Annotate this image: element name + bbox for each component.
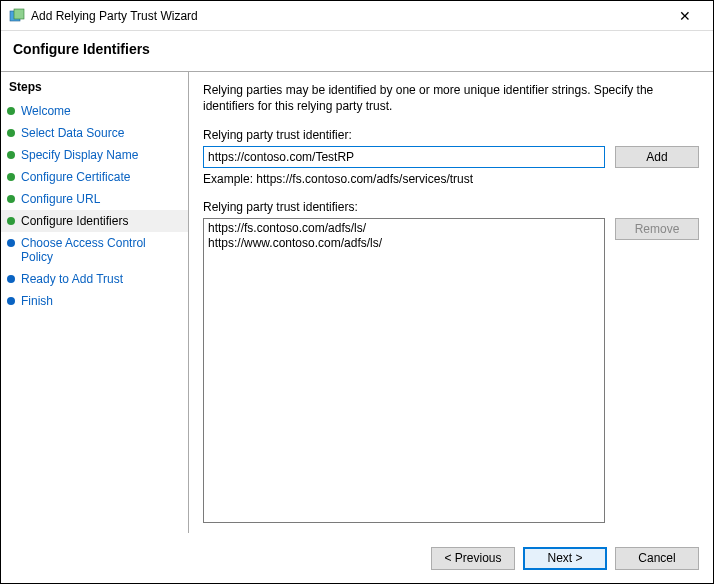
list-item[interactable]: https://fs.contoso.com/adfs/ls/ <box>208 221 600 236</box>
step-configure-url[interactable]: Configure URL <box>1 188 188 210</box>
cancel-button[interactable]: Cancel <box>615 547 699 570</box>
step-label: Configure URL <box>21 192 100 206</box>
page-title: Configure Identifiers <box>1 31 713 71</box>
step-label: Finish <box>21 294 53 308</box>
step-label: Welcome <box>21 104 71 118</box>
list-item[interactable]: https://www.contoso.com/adfs/ls/ <box>208 236 600 251</box>
app-icon <box>9 8 25 24</box>
step-configure-certificate[interactable]: Configure Certificate <box>1 166 188 188</box>
step-select-data-source[interactable]: Select Data Source <box>1 122 188 144</box>
wizard-window: Add Relying Party Trust Wizard ✕ Configu… <box>0 0 714 584</box>
step-label: Specify Display Name <box>21 148 138 162</box>
identifier-label: Relying party trust identifier: <box>203 128 699 142</box>
step-specify-display-name[interactable]: Specify Display Name <box>1 144 188 166</box>
step-bullet-icon <box>7 129 15 137</box>
step-welcome[interactable]: Welcome <box>1 100 188 122</box>
identifier-input[interactable] <box>203 146 605 168</box>
next-button[interactable]: Next > <box>523 547 607 570</box>
svg-rect-1 <box>14 9 24 19</box>
titlebar: Add Relying Party Trust Wizard ✕ <box>1 1 713 31</box>
previous-button[interactable]: < Previous <box>431 547 515 570</box>
step-choose-access-control-policy: Choose Access Control Policy <box>1 232 188 268</box>
step-bullet-icon <box>7 195 15 203</box>
example-text: Example: https://fs.contoso.com/adfs/ser… <box>203 172 699 186</box>
step-bullet-icon <box>7 151 15 159</box>
step-label: Choose Access Control Policy <box>21 236 180 264</box>
step-configure-identifiers[interactable]: Configure Identifiers <box>1 210 188 232</box>
close-button[interactable]: ✕ <box>665 2 705 30</box>
step-bullet-icon <box>7 239 15 247</box>
step-bullet-icon <box>7 275 15 283</box>
wizard-footer: < Previous Next > Cancel <box>1 533 713 583</box>
steps-header: Steps <box>1 78 188 100</box>
step-bullet-icon <box>7 217 15 225</box>
identifiers-listbox[interactable]: https://fs.contoso.com/adfs/ls/https://w… <box>203 218 605 523</box>
identifiers-list-label: Relying party trust identifiers: <box>203 200 699 214</box>
step-label: Configure Identifiers <box>21 214 128 228</box>
remove-button[interactable]: Remove <box>615 218 699 240</box>
window-title: Add Relying Party Trust Wizard <box>31 9 665 23</box>
step-label: Configure Certificate <box>21 170 130 184</box>
main-panel: Relying parties may be identified by one… <box>189 72 713 533</box>
step-finish: Finish <box>1 290 188 312</box>
wizard-body: Steps WelcomeSelect Data SourceSpecify D… <box>1 71 713 533</box>
add-button[interactable]: Add <box>615 146 699 168</box>
steps-sidebar: Steps WelcomeSelect Data SourceSpecify D… <box>1 72 189 533</box>
step-label: Ready to Add Trust <box>21 272 123 286</box>
step-bullet-icon <box>7 297 15 305</box>
step-ready-to-add-trust: Ready to Add Trust <box>1 268 188 290</box>
step-bullet-icon <box>7 173 15 181</box>
description-text: Relying parties may be identified by one… <box>203 82 699 114</box>
step-label: Select Data Source <box>21 126 124 140</box>
step-bullet-icon <box>7 107 15 115</box>
